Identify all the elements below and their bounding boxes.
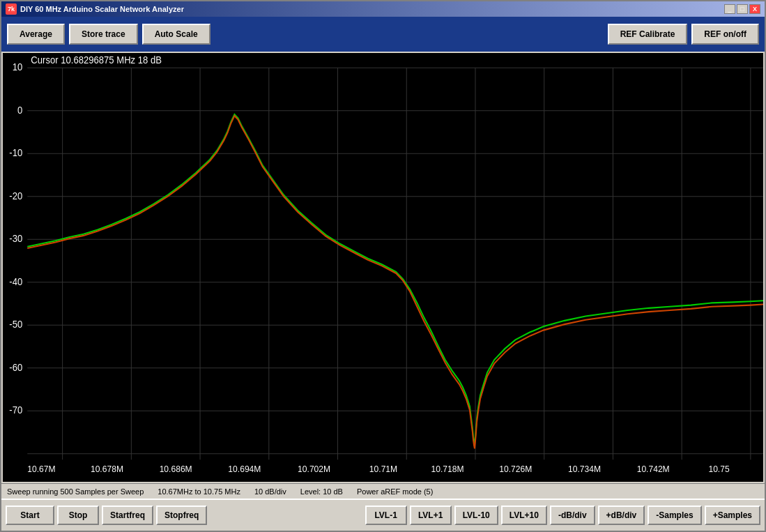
- stop-button[interactable]: Stop: [57, 506, 99, 525]
- db-plus-button[interactable]: +dB/div: [598, 506, 645, 525]
- maximize-button[interactable]: □: [737, 4, 748, 14]
- freq-range: 10.67MHz to 10.75 MHz: [158, 487, 240, 496]
- status-bar: Sweep running 500 Samples per Sweep 10.6…: [1, 483, 765, 499]
- ref-onoff-button[interactable]: REF on/off: [691, 24, 759, 45]
- svg-text:10.694M: 10.694M: [228, 464, 261, 474]
- svg-text:10: 10: [13, 62, 23, 73]
- chart-svg: 10 0 -10 -20 -30 -40 -50 -60 -70 Cursor …: [3, 53, 763, 482]
- lvl-minus10-button[interactable]: LVL-10: [454, 506, 498, 525]
- bottom-toolbar: Start Stop Startfreq Stopfreq LVL-1 LVL+…: [1, 499, 765, 531]
- chart-area[interactable]: 10 0 -10 -20 -30 -40 -50 -60 -70 Cursor …: [3, 53, 763, 482]
- stopfreq-button[interactable]: Stopfreq: [156, 506, 207, 525]
- ref-calibrate-button[interactable]: REF Calibrate: [608, 24, 688, 45]
- svg-text:10.702M: 10.702M: [298, 464, 330, 474]
- db-minus-button[interactable]: -dB/div: [550, 506, 595, 525]
- main-window: 7k DIY 60 MHz Arduino Scalar Network Ana…: [0, 0, 766, 532]
- sweep-status: Sweep running 500 Samples per Sweep: [7, 487, 144, 496]
- average-button[interactable]: Average: [7, 24, 65, 45]
- store-trace-button[interactable]: Store trace: [69, 24, 138, 45]
- svg-text:10.71M: 10.71M: [369, 464, 397, 474]
- title-bar: 7k DIY 60 MHz Arduino Scalar Network Ana…: [1, 1, 765, 17]
- lvl-minus1-button[interactable]: LVL-1: [365, 506, 407, 525]
- svg-text:10.678M: 10.678M: [91, 464, 123, 474]
- level-status: Level: 10 dB: [300, 487, 343, 496]
- svg-text:10.718M: 10.718M: [431, 464, 464, 474]
- title-controls: _ □ X: [724, 4, 760, 14]
- window-title: DIY 60 MHz Arduino Scalar Network Analyz…: [20, 5, 184, 13]
- auto-scale-button[interactable]: Auto Scale: [142, 24, 210, 45]
- main-toolbar: Average Store trace Auto Scale REF Calib…: [1, 17, 765, 52]
- samples-minus-button[interactable]: -Samples: [648, 506, 701, 525]
- svg-text:Cursor 10.68296875 MHz   18 dB: Cursor 10.68296875 MHz 18 dB: [31, 55, 162, 66]
- minimize-button[interactable]: _: [724, 4, 735, 14]
- svg-text:10.67M: 10.67M: [27, 464, 55, 474]
- startfreq-button[interactable]: Startfreq: [102, 506, 153, 525]
- lvl-plus1-button[interactable]: LVL+1: [410, 506, 452, 525]
- svg-text:10.75: 10.75: [708, 464, 729, 474]
- toolbar-left-group: Average Store trace Auto Scale: [7, 24, 210, 45]
- toolbar-right-group: REF Calibrate REF on/off: [608, 24, 759, 45]
- svg-text:0: 0: [17, 105, 22, 116]
- svg-text:-20: -20: [9, 191, 22, 202]
- svg-text:10.686M: 10.686M: [160, 464, 192, 474]
- svg-rect-0: [3, 53, 763, 482]
- svg-text:-50: -50: [9, 319, 22, 330]
- svg-text:-70: -70: [9, 405, 22, 416]
- svg-text:-40: -40: [9, 277, 22, 287]
- power-status: Power aREF mode (5): [357, 487, 433, 496]
- lvl-plus10-button[interactable]: LVL+10: [501, 506, 547, 525]
- svg-text:10.726M: 10.726M: [499, 464, 532, 474]
- svg-text:10.742M: 10.742M: [637, 464, 670, 474]
- app-icon: 7k: [6, 3, 17, 15]
- samples-plus-button[interactable]: +Samples: [705, 506, 760, 525]
- close-button[interactable]: X: [749, 4, 760, 14]
- db-div: 10 dB/div: [254, 487, 286, 496]
- start-button[interactable]: Start: [6, 506, 54, 525]
- svg-text:-10: -10: [9, 148, 22, 158]
- svg-text:10.734M: 10.734M: [568, 464, 601, 474]
- svg-text:-60: -60: [9, 363, 22, 373]
- svg-text:-30: -30: [9, 234, 22, 244]
